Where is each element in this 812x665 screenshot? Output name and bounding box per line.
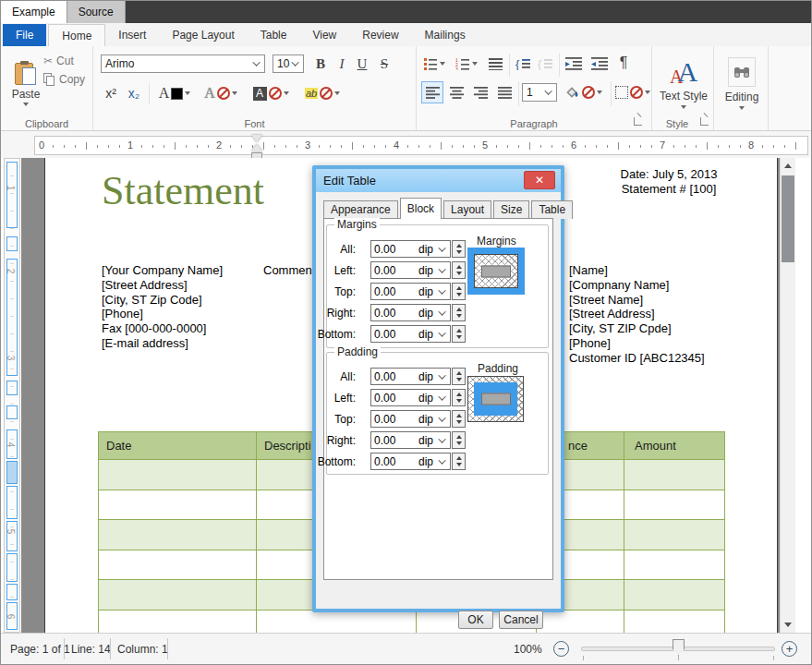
align-justify-button[interactable] (493, 81, 515, 103)
padding-right-spinner[interactable] (452, 431, 466, 449)
margins-top-spinner[interactable] (452, 283, 466, 300)
padding-bottom-spinner[interactable] (452, 453, 466, 470)
customer-address-block[interactable]: [Name][Compnany Name][Street Name][Stree… (569, 263, 705, 366)
company-address-block[interactable]: [Your Company Name][Street Address][City… (102, 263, 223, 351)
unit-dropdown-icon[interactable] (438, 244, 445, 251)
spin-up-icon[interactable] (456, 414, 462, 417)
numbered-list-button[interactable]: 1 2 3 (452, 54, 481, 74)
spin-up-icon[interactable] (456, 265, 462, 269)
hanging-indent-marker[interactable] (251, 144, 262, 151)
spin-up-icon[interactable] (456, 393, 462, 396)
unit-dropdown-icon[interactable] (438, 308, 445, 315)
vertical-scrollbar[interactable] (780, 158, 795, 633)
padding-right-input[interactable]: 0.00dip (370, 431, 451, 449)
unit-dropdown-icon[interactable] (438, 286, 445, 294)
unit-dropdown-icon[interactable] (438, 414, 445, 421)
margins-right-input[interactable]: 0.00dip (370, 304, 451, 321)
padding-top-input[interactable]: 0.00dip (370, 410, 451, 428)
ribbon-tab-table[interactable]: Table (248, 24, 300, 46)
scrollbar-thumb[interactable] (782, 175, 794, 262)
unit-dropdown-icon[interactable] (438, 371, 445, 379)
unit-dropdown-icon[interactable] (438, 435, 445, 442)
text-outline-color-button[interactable]: A (199, 83, 243, 103)
copy-button[interactable]: Copy (43, 72, 93, 87)
line-spacing-combo[interactable]: 1 (522, 83, 557, 102)
spin-up-icon[interactable] (456, 308, 462, 311)
dialog-close-button[interactable]: ✕ (524, 171, 555, 189)
margins-all-spinner[interactable] (452, 240, 466, 258)
dialog-tab-layout[interactable]: Layout (443, 200, 491, 219)
font-name-combo[interactable]: Arimo (101, 54, 265, 73)
spin-up-icon[interactable] (456, 244, 462, 248)
paragraph-shading-button[interactable] (561, 81, 607, 103)
spin-down-icon[interactable] (456, 441, 462, 445)
margins-bottom-input[interactable]: 0.00dip (370, 325, 451, 343)
align-center-button[interactable] (445, 81, 467, 103)
spin-down-icon[interactable] (456, 293, 462, 296)
padding-left-spinner[interactable] (452, 389, 466, 406)
align-left-button[interactable] (421, 81, 443, 103)
first-line-indent-marker[interactable] (251, 135, 262, 142)
increase-indent-button[interactable] (563, 54, 585, 74)
bullet-list-button[interactable] (420, 54, 448, 74)
zoom-in-button[interactable]: + (782, 641, 797, 657)
unit-dropdown-icon[interactable] (438, 329, 445, 336)
italic-button[interactable]: I (333, 54, 350, 74)
zoom-slider-handle[interactable] (673, 639, 685, 656)
font-size-combo[interactable]: 10 (273, 54, 304, 73)
font-color-button[interactable]: A (154, 83, 195, 103)
dialog-tab-appearance[interactable]: Appearance (323, 200, 398, 219)
unit-dropdown-icon[interactable] (438, 456, 445, 464)
style-dialog-launcher[interactable] (700, 117, 709, 126)
strikethrough-button[interactable]: S (375, 54, 394, 74)
spin-down-icon[interactable] (456, 335, 462, 339)
app-tab-example[interactable]: Example (1, 1, 67, 23)
decrease-indent-button[interactable] (588, 54, 611, 74)
ribbon-tab-file[interactable]: File (3, 24, 46, 46)
spin-up-icon[interactable] (456, 371, 462, 375)
ribbon-tab-review[interactable]: Review (349, 24, 411, 46)
cut-button[interactable]: ✂ Cut (43, 54, 90, 68)
spin-down-icon[interactable] (456, 314, 462, 318)
zoom-out-button[interactable]: − (553, 641, 569, 657)
editing-button[interactable]: Editing (724, 51, 759, 115)
text-back-color-button[interactable]: A (248, 83, 293, 103)
paste-button[interactable]: Paste (8, 50, 43, 116)
padding-all-spinner[interactable] (452, 368, 466, 385)
margins-right-spinner[interactable] (452, 304, 466, 321)
padding-left-input[interactable]: 0.00dip (370, 389, 451, 406)
multilevel-list-button[interactable] (485, 54, 505, 74)
ribbon-tab-page-layout[interactable]: Page Layout (159, 24, 247, 46)
superscript-button[interactable]: x² (101, 83, 121, 103)
margins-all-input[interactable]: 0.00dip (370, 240, 451, 258)
margins-left-input[interactable]: 0.00dip (370, 261, 451, 279)
spin-up-icon[interactable] (456, 286, 462, 290)
dialog-tab-block[interactable]: Block (400, 198, 442, 219)
spin-up-icon[interactable] (456, 329, 462, 332)
padding-all-input[interactable]: 0.00dip (370, 368, 451, 385)
padding-top-spinner[interactable] (452, 410, 466, 428)
margins-left-spinner[interactable] (452, 261, 466, 279)
document-title[interactable]: Statement (102, 167, 264, 214)
ribbon-tab-view[interactable]: View (299, 24, 349, 46)
spin-down-icon[interactable] (456, 250, 462, 254)
spin-up-icon[interactable] (456, 456, 462, 460)
ribbon-tab-mailings[interactable]: Mailings (412, 24, 479, 46)
paragraph-dialog-launcher[interactable] (634, 117, 642, 126)
unit-dropdown-icon[interactable] (438, 393, 445, 400)
comment-fragment[interactable]: Commen (263, 263, 312, 278)
borders-button[interactable] (613, 81, 652, 103)
spin-down-icon[interactable] (456, 420, 462, 424)
ribbon-tab-home[interactable]: Home (48, 24, 105, 46)
app-tab-source[interactable]: Source (67, 1, 126, 23)
scroll-down-button[interactable] (781, 617, 795, 633)
dialog-tab-table[interactable]: Table (531, 200, 573, 219)
text-style-button[interactable]: A A Text Style (660, 50, 708, 115)
spin-down-icon[interactable] (456, 463, 462, 466)
dialog-tab-size[interactable]: Size (493, 200, 529, 219)
subscript-button[interactable]: x₂ (124, 83, 144, 103)
paragraph-marks-button[interactable]: { (513, 54, 533, 74)
spin-down-icon[interactable] (456, 378, 462, 381)
scroll-up-button[interactable] (781, 158, 795, 174)
padding-bottom-input[interactable]: 0.00dip (370, 453, 451, 470)
